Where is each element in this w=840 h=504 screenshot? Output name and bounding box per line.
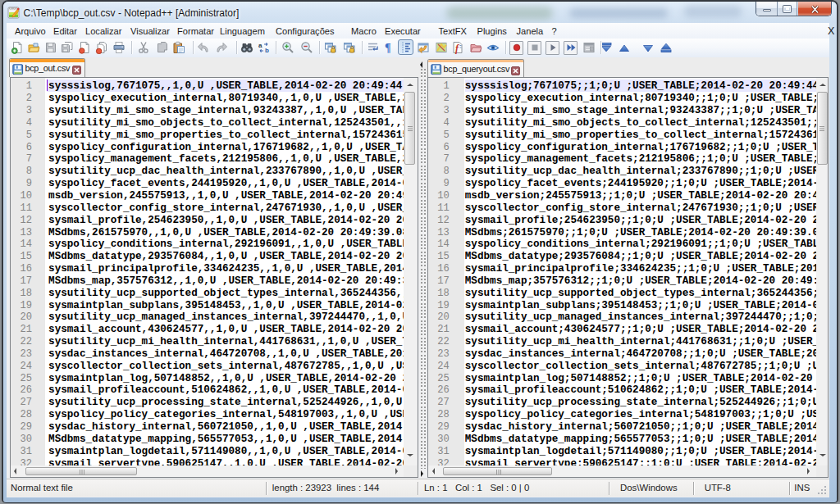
- svg-text:a: a: [258, 42, 262, 49]
- svg-text:b: b: [265, 47, 269, 54]
- svg-text:¶: ¶: [385, 42, 391, 54]
